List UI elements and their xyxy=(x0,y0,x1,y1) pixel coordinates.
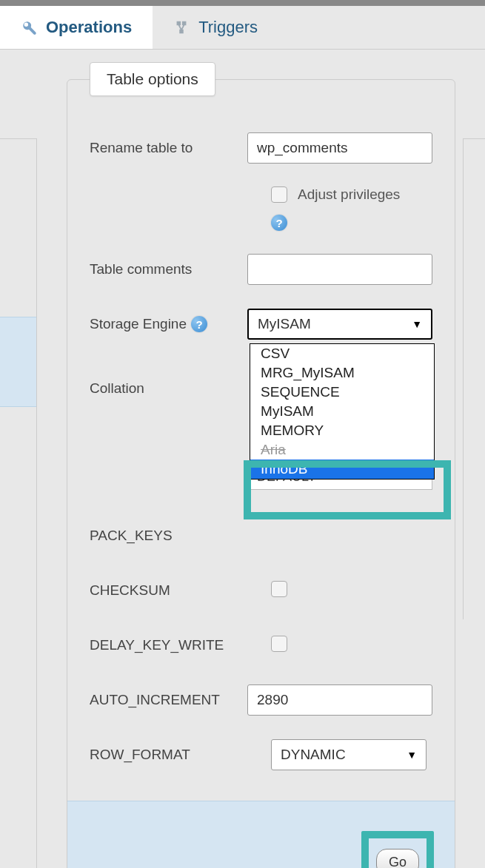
storage-engine-select[interactable]: MyISAM ▼ xyxy=(247,309,432,340)
engine-option-myisam[interactable]: MyISAM xyxy=(250,402,434,421)
chevron-down-icon: ▼ xyxy=(407,749,417,761)
collation-label: Collation xyxy=(90,343,250,397)
engine-option-mrgmyisam[interactable]: MRG_MyISAM xyxy=(250,363,434,383)
tab-label: Operations xyxy=(46,18,132,37)
autoincr-input[interactable] xyxy=(247,684,432,716)
engine-option-csv[interactable]: CSV xyxy=(250,344,434,363)
comments-input[interactable] xyxy=(247,254,432,285)
tab-triggers[interactable]: Triggers xyxy=(153,6,278,49)
window-chrome xyxy=(0,0,485,6)
checksum-label: CHECKSUM xyxy=(90,582,271,599)
adjust-privileges-label: Adjust privileges xyxy=(298,186,400,203)
adjacent-panel-left xyxy=(0,138,37,868)
tab-label: Triggers xyxy=(198,18,258,37)
chevron-down-icon: ▼ xyxy=(412,318,422,330)
triggers-icon xyxy=(173,19,190,36)
rename-label: Rename table to xyxy=(90,140,247,156)
adjust-privileges-checkbox[interactable] xyxy=(271,186,287,203)
tutorial-highlight-go: Go xyxy=(361,831,434,868)
help-icon[interactable]: ? xyxy=(271,215,287,231)
storage-engine-dropdown[interactable]: CSV MRG_MyISAM SEQUENCE MyISAM MEMORY Ar… xyxy=(250,343,435,480)
delaykey-label: DELAY_KEY_WRITE xyxy=(90,637,271,653)
wrench-icon xyxy=(21,19,37,36)
packkeys-label: PACK_KEYS xyxy=(90,528,271,544)
delaykey-checkbox[interactable] xyxy=(271,636,287,652)
tab-operations[interactable]: Operations xyxy=(0,6,153,49)
engine-option-aria[interactable]: Aria xyxy=(250,440,434,460)
panel-footer: Go xyxy=(67,801,455,868)
engine-option-memory[interactable]: MEMORY xyxy=(250,421,434,440)
help-icon[interactable]: ? xyxy=(191,316,207,332)
rowformat-select[interactable]: DYNAMIC ▼ xyxy=(271,739,427,770)
go-button[interactable]: Go xyxy=(376,849,419,868)
checksum-checkbox[interactable] xyxy=(271,581,287,597)
engine-option-sequence[interactable]: SEQUENCE xyxy=(250,383,434,402)
comments-label: Table comments xyxy=(90,261,247,277)
engine-option-innodb[interactable]: InnoDB xyxy=(250,460,434,479)
autoincr-label: AUTO_INCREMENT xyxy=(90,692,247,708)
rowformat-label: ROW_FORMAT xyxy=(90,747,271,763)
tab-bar: Operations Triggers xyxy=(0,6,485,50)
adjacent-panel-right xyxy=(463,138,485,619)
table-options-panel: Table options Rename table to Adjust pri… xyxy=(67,79,455,868)
rename-input[interactable] xyxy=(247,132,432,164)
panel-title: Table options xyxy=(90,62,215,96)
engine-label: Storage Engine ? xyxy=(90,316,247,332)
